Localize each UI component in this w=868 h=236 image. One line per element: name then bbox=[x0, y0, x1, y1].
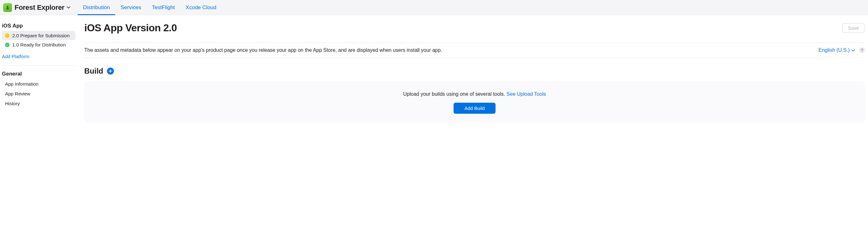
build-heading: Build bbox=[84, 67, 103, 76]
help-icon[interactable]: ? bbox=[859, 48, 865, 53]
build-panel: Upload your builds using one of several … bbox=[84, 81, 865, 123]
sidebar-item-label: 2.0 Prepare for Submission bbox=[12, 33, 70, 38]
sidebar: iOS App 2.0 Prepare for Submission 1.0 R… bbox=[0, 15, 77, 123]
tab-xcode-cloud[interactable]: Xcode Cloud bbox=[180, 0, 222, 15]
sidebar-item-app-review[interactable]: App Review bbox=[2, 89, 75, 98]
sidebar-version-item[interactable]: 2.0 Prepare for Submission bbox=[2, 31, 75, 40]
app-icon bbox=[3, 3, 12, 12]
svg-rect-0 bbox=[7, 9, 8, 10]
sidebar-item-label: 1.0 Ready for Distribution bbox=[12, 42, 66, 48]
tab-testflight[interactable]: TestFlight bbox=[147, 0, 180, 15]
sidebar-general-heading: General bbox=[2, 71, 75, 79]
page-title: iOS App Version 2.0 bbox=[84, 22, 177, 34]
see-upload-tools-link[interactable]: See Upload Tools bbox=[506, 91, 546, 97]
status-pending-icon bbox=[5, 33, 9, 38]
sidebar-item-history[interactable]: History bbox=[2, 98, 75, 108]
app-switcher[interactable]: Forest Explorer bbox=[14, 3, 71, 12]
sidebar-version-item[interactable]: 1.0 Ready for Distribution bbox=[2, 40, 75, 49]
header: Forest Explorer Distribution Services Te… bbox=[0, 0, 868, 15]
build-upload-text: Upload your builds using one of several … bbox=[91, 91, 859, 97]
page-description: The assets and metadata below appear on … bbox=[84, 48, 442, 53]
top-tabs: Distribution Services TestFlight Xcode C… bbox=[78, 0, 222, 15]
tab-services[interactable]: Services bbox=[115, 0, 147, 15]
add-build-icon[interactable] bbox=[107, 68, 114, 75]
language-selector[interactable]: English (U.S.) bbox=[818, 48, 856, 53]
app-name: Forest Explorer bbox=[14, 3, 64, 12]
main-content: iOS App Version 2.0 Save The assets and … bbox=[77, 15, 868, 123]
add-build-button[interactable]: Add Build bbox=[454, 103, 495, 114]
save-button[interactable]: Save bbox=[842, 23, 865, 33]
chevron-down-icon bbox=[66, 5, 71, 11]
tab-distribution[interactable]: Distribution bbox=[78, 0, 115, 15]
add-platform-link[interactable]: Add Platform bbox=[2, 49, 75, 59]
sidebar-platform-heading: iOS App bbox=[2, 23, 75, 31]
sidebar-divider bbox=[2, 65, 75, 66]
status-ready-icon bbox=[5, 43, 9, 47]
sidebar-item-app-information[interactable]: App Information bbox=[2, 79, 75, 89]
